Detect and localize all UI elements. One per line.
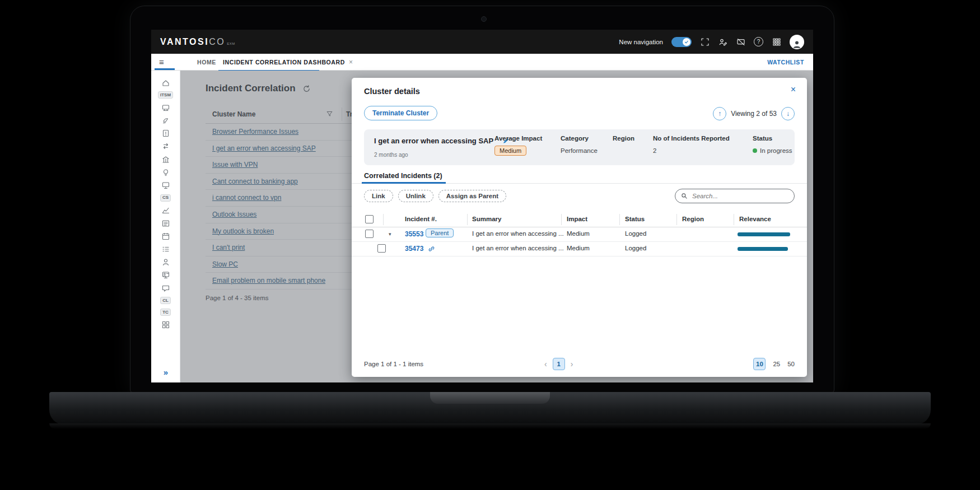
chat-bubble-icon[interactable] (160, 284, 171, 292)
header-divider (383, 214, 384, 225)
parent-badge: Parent (426, 228, 454, 237)
task-list-icon[interactable] (160, 245, 171, 253)
field-value: Medium (494, 147, 526, 154)
bank-icon[interactable] (160, 155, 171, 164)
topbar-actions: New navigation ? (619, 35, 804, 49)
sidebar-badge-cl[interactable]: CL (160, 297, 171, 304)
incident-impact: Medium (567, 230, 590, 237)
person-screen-icon[interactable] (160, 271, 171, 279)
page-size-10[interactable]: 10 (753, 358, 766, 370)
app-grid-icon[interactable] (772, 37, 781, 46)
previous-page-icon[interactable]: ‹ (544, 360, 547, 368)
incident-summary: I get an error when accessing ... (472, 230, 564, 237)
status-dot (753, 148, 757, 153)
status-text: In progress (760, 147, 792, 154)
screen-off-icon[interactable] (736, 37, 745, 46)
page-size-50[interactable]: 50 (787, 361, 795, 367)
cluster-details-panel: Cluster details × Terminate Cluster ↑ Vi… (352, 78, 807, 377)
logo-secondary: CO (209, 37, 225, 47)
next-cluster-button[interactable]: ↓ (781, 107, 795, 120)
logo-primary: VANTOSI (160, 37, 209, 47)
tab-incident-correlation-dashboard[interactable]: INCIDENT CORRELATION DASHBOARD × (223, 54, 353, 70)
page-size-25[interactable]: 25 (773, 361, 780, 367)
field-value: In progress (753, 147, 792, 154)
new-navigation-toggle[interactable] (671, 37, 692, 47)
swap-arrows-icon[interactable] (160, 142, 171, 151)
incident-table-header: Incident #. Summary Impact Status Region… (352, 212, 807, 227)
field-label: Region (613, 135, 634, 142)
sidebar-badge-cs[interactable]: CS (160, 194, 171, 202)
header-divider (561, 214, 562, 225)
sidebar-badge-itsm[interactable]: ITSM (158, 91, 173, 99)
logo-suffix: EXM (227, 42, 235, 45)
col-status: Status (625, 216, 645, 222)
close-icon[interactable]: × (791, 85, 796, 95)
impact-badge: Medium (494, 146, 526, 156)
laptop-base (49, 392, 931, 424)
incident-row-child: 35473 I get an error when accessing ... … (352, 241, 807, 256)
expand-caret-icon[interactable]: ▾ (389, 231, 391, 237)
current-page[interactable]: 1 (553, 358, 565, 370)
webcam-dot (481, 16, 487, 22)
cluster-navigator: ↑ Viewing 2 of 53 ↓ (713, 107, 795, 120)
unlink-button[interactable]: Unlink (398, 190, 433, 202)
incident-status: Logged (625, 245, 646, 251)
dashboard-grid-icon[interactable] (160, 321, 171, 329)
table-pagination-summary: Page 1 of 1 - 1 items (364, 361, 423, 367)
home-icon[interactable] (160, 78, 171, 87)
field-label: Average Impact (494, 135, 542, 142)
document-alert-icon[interactable] (160, 129, 171, 138)
laptop-base-notch (430, 392, 550, 404)
field-value: 2 (653, 147, 656, 154)
select-all-checkbox[interactable] (365, 215, 374, 223)
list-report-icon[interactable] (160, 219, 171, 227)
incident-search (675, 189, 795, 203)
field-label: No of Incidents Reported (653, 135, 730, 142)
field-label: Category (561, 135, 589, 142)
incident-number-link[interactable]: 35473 (405, 245, 423, 253)
incident-number-link[interactable]: 35553 (405, 230, 423, 238)
row-checkbox[interactable] (377, 244, 386, 253)
server-icon[interactable] (160, 103, 171, 111)
search-input[interactable] (691, 192, 783, 200)
link-button[interactable]: Link (364, 190, 393, 202)
impersonate-icon[interactable] (718, 37, 727, 46)
incident-status: Logged (625, 230, 646, 237)
gesture-icon[interactable] (160, 116, 171, 125)
tab-correlated-incidents[interactable]: Correlated Incidents (2) (364, 172, 442, 180)
calendar-icon[interactable] (160, 232, 171, 240)
incident-summary: I get an error when accessing ... (472, 245, 564, 251)
sidebar-badge-tc[interactable]: TC (160, 309, 171, 316)
field-label: Status (753, 135, 772, 142)
brand-logo: VANTOSICOEXM (160, 37, 235, 47)
new-navigation-label: New navigation (619, 39, 663, 45)
laptop-bezel: VANTOSICOEXM New navigation (130, 6, 834, 393)
assign-as-parent-button[interactable]: Assign as Parent (438, 190, 506, 202)
sidebar-active-indicator (155, 68, 175, 70)
incident-impact: Medium (567, 245, 590, 251)
sidebar-expand-chevrons[interactable]: » (151, 367, 180, 377)
person-icon[interactable] (160, 258, 171, 267)
menu-hamburger-icon[interactable]: ≡ (159, 57, 172, 67)
user-avatar[interactable] (790, 35, 804, 49)
next-page-icon[interactable]: › (571, 360, 573, 368)
monitor-icon[interactable] (160, 181, 171, 190)
relevance-bar (738, 247, 792, 251)
col-impact: Impact (567, 216, 587, 222)
header-divider (676, 214, 677, 225)
chart-icon[interactable] (160, 206, 171, 214)
terminate-cluster-button[interactable]: Terminate Cluster (364, 106, 437, 120)
toggle-check-icon (683, 38, 690, 46)
tab-watchlist[interactable]: WATCHLIST (767, 54, 804, 70)
header-divider (619, 214, 620, 225)
fullscreen-icon[interactable] (700, 37, 710, 46)
tab-home[interactable]: HOME (197, 54, 216, 70)
tab-close-icon[interactable]: × (349, 58, 353, 66)
laptop-base-shadow (49, 423, 931, 429)
field-value: Performance (561, 147, 598, 154)
lightbulb-icon[interactable] (160, 168, 171, 176)
previous-cluster-button[interactable]: ↑ (713, 107, 726, 120)
main-area: Incident Correlation Cluster Name Tr Bro… (180, 71, 813, 382)
row-checkbox[interactable] (365, 230, 374, 238)
help-icon[interactable]: ? (754, 37, 763, 46)
